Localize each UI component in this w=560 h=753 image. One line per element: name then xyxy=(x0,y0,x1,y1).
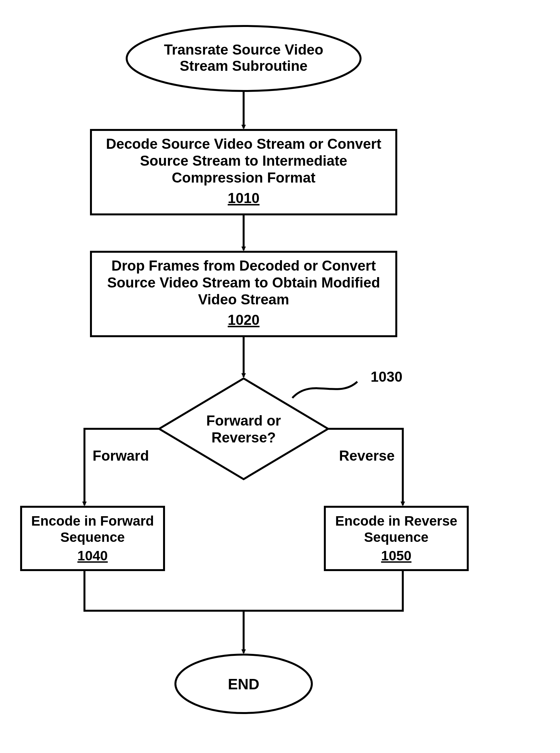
edge-merge-end xyxy=(84,570,403,653)
n1010-line3: Compression Format xyxy=(172,170,316,185)
svg-text:Transrate Source  Video: Transrate Source Video xyxy=(164,42,323,58)
start-line1: Transrate Source Video xyxy=(164,42,323,58)
svg-text:1020: 1020 xyxy=(228,312,260,328)
end-line1: END xyxy=(228,676,259,693)
svg-text:1050: 1050 xyxy=(381,548,411,563)
n1050-line1: Encode in Reverse xyxy=(335,513,457,529)
n1020-ref: 1020 xyxy=(228,312,260,328)
end-terminator: END xyxy=(175,655,312,713)
n1010-line1: Decode Source Video Stream or Convert xyxy=(106,136,381,152)
svg-text:Forward: Forward xyxy=(93,448,149,463)
edge-1030-1040: Forward xyxy=(84,429,159,505)
svg-text:Compression Format: Compression Format xyxy=(172,170,316,185)
n1010-ref: 1010 xyxy=(228,190,260,206)
svg-text:Stream Subroutine: Stream Subroutine xyxy=(180,58,307,74)
n1030-line2: Reverse? xyxy=(212,430,276,445)
svg-text:Sequence: Sequence xyxy=(364,530,428,545)
svg-text:Sequence: Sequence xyxy=(60,530,125,545)
n1020-line1: Drop Frames from Decoded or Convert xyxy=(112,258,376,274)
svg-text:Decode Source Video Stream or : Decode Source Video Stream or Convert xyxy=(106,136,381,152)
svg-text:Source Video Stream to Obtain : Source Video Stream to Obtain Modified xyxy=(107,275,380,291)
svg-text:Reverse: Reverse xyxy=(339,448,395,463)
svg-text:Encode in Reverse: Encode in Reverse xyxy=(335,513,457,529)
n1010-line2: Source Stream to Intermediate xyxy=(140,153,347,169)
n1050-ref: 1050 xyxy=(381,548,411,563)
n1020-line2: Source Video Stream to Obtain Modified xyxy=(107,275,380,291)
svg-text:Encode in Forward: Encode in Forward xyxy=(31,513,154,529)
label-forward: Forward xyxy=(93,448,149,463)
n1040-line2: Sequence xyxy=(60,530,125,545)
edge-1030-1050: Reverse xyxy=(328,429,403,505)
svg-text:END: END xyxy=(228,676,259,693)
label-reverse: Reverse xyxy=(339,448,395,463)
n1030-ref: 1030 xyxy=(371,369,402,384)
svg-text:1040: 1040 xyxy=(77,548,107,563)
svg-text:Reverse?: Reverse? xyxy=(212,430,276,445)
svg-text:Source Stream to Intermediate: Source Stream to Intermediate xyxy=(140,153,347,169)
svg-text:1030: 1030 xyxy=(371,369,402,384)
svg-marker-14 xyxy=(159,378,328,479)
svg-text:1010: 1010 xyxy=(228,190,260,206)
callout-1030: 1030 xyxy=(292,369,402,398)
n1050-line2: Sequence xyxy=(364,530,428,545)
svg-text:Drop Frames from Decoded or Co: Drop Frames from Decoded or Convert xyxy=(112,258,376,274)
decision-1030: Forward or Reverse? xyxy=(159,378,328,479)
n1040-line1: Encode in Forward xyxy=(31,513,154,529)
svg-text:Video Stream: Video Stream xyxy=(198,291,289,307)
start-line2: Stream Subroutine xyxy=(180,58,307,74)
svg-text:Forward or: Forward or xyxy=(206,413,281,429)
flowchart-svg: Transrate Source Video Stream Subroutine… xyxy=(0,0,560,753)
start-terminator: Transrate Source Video Stream Subroutine xyxy=(127,26,361,91)
process-1010: Decode Source Video Stream or Convert So… xyxy=(91,130,396,214)
n1020-line3: Video Stream xyxy=(198,291,289,307)
n1040-ref: 1040 xyxy=(77,548,107,563)
n1030-line1: Forward or xyxy=(206,413,281,429)
process-1020: Drop Frames from Decoded or Convert Sour… xyxy=(91,252,396,336)
process-1050: Encode in Reverse Sequence 1050 xyxy=(325,507,468,570)
process-1040: Encode in Forward Sequence 1040 xyxy=(21,507,164,570)
